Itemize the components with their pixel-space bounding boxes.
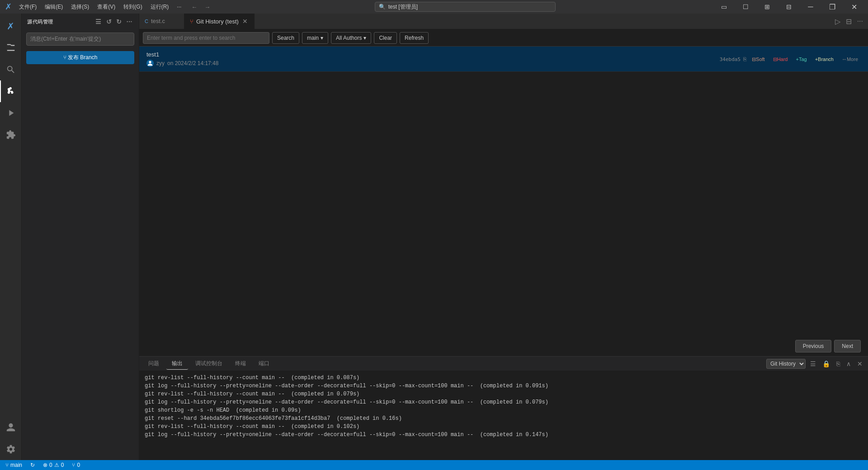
status-bar: ⑂ main ↻ ⊗ 0 ⚠ 0 ⑂ 0 bbox=[0, 460, 868, 470]
authors-chevron-down-icon: ▾ bbox=[363, 35, 366, 41]
branch-icon: ⑂ bbox=[5, 462, 9, 468]
terminal-tab-output[interactable]: 输出 bbox=[166, 358, 188, 370]
terminal-tab-group: 问题 输出 调试控制台 终端 端口 bbox=[143, 358, 275, 370]
activity-item-source-control[interactable] bbox=[0, 80, 22, 102]
terminal-line-5: git shortlog -e -s -n HEAD (completed in… bbox=[145, 406, 863, 414]
status-fork[interactable]: ⑂ 0 bbox=[70, 462, 82, 468]
sidebar-more-icon[interactable]: ··· bbox=[126, 17, 133, 26]
sidebar-refresh-icon[interactable]: ↻ bbox=[115, 17, 123, 26]
commit-date: on 2024/2/2 14:17:48 bbox=[167, 60, 218, 66]
terminal-line-6: git reset --hard 34ebda56ef7bf86ecc64063… bbox=[145, 414, 863, 423]
terminal-lock-icon[interactable]: 🔒 bbox=[821, 359, 832, 368]
menu-view[interactable]: 查看(V) bbox=[94, 2, 119, 12]
sidebar-list-icon[interactable]: ☰ bbox=[94, 17, 103, 26]
menu-goto[interactable]: 转到(G) bbox=[120, 2, 146, 12]
sidebar-undo-icon[interactable]: ↺ bbox=[105, 17, 113, 26]
git-toolbar: Search main ▾ All Authors ▾ Clear Refres… bbox=[139, 29, 868, 47]
terminal-copy-icon[interactable]: ⎘ bbox=[835, 359, 842, 368]
git-authors-dropdown[interactable]: All Authors ▾ bbox=[331, 32, 371, 44]
commit-list: test1 zyy on 2024/2/2 14:17:48 34ebda5 ⎘… bbox=[139, 47, 868, 356]
soft-reset-button[interactable]: ⊟Soft bbox=[749, 55, 768, 63]
activity-item-run[interactable] bbox=[0, 102, 22, 124]
menu-file[interactable]: 文件(F) bbox=[15, 2, 40, 12]
main-layout: ✗ 源代码管理 ☰ ↺ bbox=[0, 14, 868, 460]
split-editor-button[interactable]: ⊟ bbox=[844, 16, 853, 27]
git-history-panel: Search main ▾ All Authors ▾ Clear Refres… bbox=[139, 29, 868, 356]
commit-message-input[interactable]: 消息(Ctrl+Enter 在'main'提交) bbox=[26, 33, 134, 46]
commit-avatar bbox=[146, 60, 154, 67]
copy-hash-icon[interactable]: ⎘ bbox=[743, 56, 746, 62]
activity-item-extensions[interactable] bbox=[0, 124, 22, 146]
tab-bar-actions: ▷ ⊟ ··· bbox=[830, 14, 868, 29]
titlebar: ✗ 文件(F) 编辑(E) 选择(S) 查看(V) 转到(G) 运行(R) ··… bbox=[0, 0, 868, 14]
publish-branch-button[interactable]: ⑂ 发布 Branch bbox=[26, 51, 134, 64]
sidebar-title: 源代码管理 bbox=[27, 19, 53, 25]
commit-item[interactable]: test1 zyy on 2024/2/2 14:17:48 34ebda5 ⎘… bbox=[139, 47, 868, 72]
more-actions-commit-button[interactable]: ↔More bbox=[839, 56, 861, 63]
maximize-button[interactable]: ❐ bbox=[822, 0, 843, 14]
git-search-input[interactable] bbox=[143, 32, 269, 44]
add-branch-button[interactable]: +Branch bbox=[812, 56, 836, 63]
git-refresh-button[interactable]: Refresh bbox=[400, 32, 429, 44]
terminal-tab-problems[interactable]: 问题 bbox=[143, 358, 165, 370]
terminal-tab-terminal[interactable]: 终端 bbox=[230, 358, 251, 370]
activity-bar-bottom bbox=[0, 417, 22, 460]
previous-button[interactable]: Previous bbox=[795, 340, 832, 352]
terminal-collapse-icon[interactable]: ∧ bbox=[844, 359, 853, 368]
terminal-line-4: git log --full-history --pretty=oneline … bbox=[145, 398, 863, 406]
tab-test-c-label: test.c bbox=[151, 18, 165, 24]
git-branch-dropdown[interactable]: main ▾ bbox=[302, 32, 328, 44]
activity-item-explorer[interactable] bbox=[0, 37, 22, 59]
terminal-tab-debug[interactable]: 调试控制台 bbox=[190, 358, 228, 370]
status-errors[interactable]: ⊗ 0 ⚠ 0 bbox=[41, 462, 66, 468]
next-button[interactable]: Next bbox=[834, 340, 861, 352]
tab-git-history-close[interactable]: ✕ bbox=[241, 17, 249, 25]
tab-git-history[interactable]: ⑂ Git History (test) ✕ bbox=[184, 14, 255, 29]
tab-test-c[interactable]: C test.c bbox=[139, 14, 184, 29]
activity-item-settings[interactable] bbox=[0, 438, 22, 460]
menu-more[interactable]: ··· bbox=[173, 3, 185, 11]
tab-bar: C test.c ⑂ Git History (test) ✕ ▷ ⊟ ··· bbox=[139, 14, 868, 29]
svg-point-0 bbox=[149, 61, 151, 63]
terminal-tab-ports[interactable]: 端口 bbox=[253, 358, 275, 370]
menu-select[interactable]: 选择(S) bbox=[67, 2, 93, 12]
close-button[interactable]: ✕ bbox=[844, 0, 864, 14]
activity-item-account[interactable] bbox=[0, 417, 22, 438]
terminal-list-icon[interactable]: ☰ bbox=[808, 359, 818, 368]
forward-button[interactable]: → bbox=[202, 3, 213, 11]
layout-button[interactable]: ⊞ bbox=[757, 0, 778, 14]
terminal-line-8: git log --full-history --pretty=oneline … bbox=[145, 431, 863, 439]
git-clear-button[interactable]: Clear bbox=[374, 32, 397, 44]
minimize-button[interactable]: ─ bbox=[800, 0, 821, 14]
terminal-output-dropdown[interactable]: Git History bbox=[766, 359, 806, 369]
commit-navigation: Previous Next bbox=[788, 336, 868, 356]
terminal-close-icon[interactable]: ✕ bbox=[855, 359, 864, 368]
titlebar-search-box[interactable]: 🔍 test [管理员] bbox=[375, 2, 556, 12]
activity-item-vscode[interactable]: ✗ bbox=[0, 15, 22, 37]
sidebar-toggle-button[interactable]: ▭ bbox=[713, 0, 734, 14]
search-icon: 🔍 bbox=[379, 4, 386, 10]
panel-toggle-button[interactable]: ☐ bbox=[735, 0, 756, 14]
editor-area: C test.c ⑂ Git History (test) ✕ ▷ ⊟ ··· … bbox=[139, 14, 868, 460]
fork-count: 0 bbox=[77, 462, 80, 468]
titlebar-search: 🔍 test [管理员] bbox=[217, 2, 713, 12]
customize-layout-button[interactable]: ⊟ bbox=[778, 0, 799, 14]
more-actions-button[interactable]: ··· bbox=[856, 16, 864, 27]
menu-run[interactable]: 运行(R) bbox=[147, 2, 173, 12]
terminal-content: git rev-list --full-history --count main… bbox=[139, 371, 868, 460]
chevron-down-icon: ▾ bbox=[321, 35, 323, 41]
hard-reset-button[interactable]: ⊟Hard bbox=[770, 55, 791, 63]
tab-test-c-icon: C bbox=[145, 19, 148, 24]
add-tag-button[interactable]: +Tag bbox=[793, 56, 809, 63]
git-search-button[interactable]: Search bbox=[272, 32, 299, 44]
back-button[interactable]: ← bbox=[189, 3, 200, 11]
status-branch[interactable]: ⑂ main bbox=[4, 462, 24, 468]
run-action-button[interactable]: ▷ bbox=[834, 16, 842, 27]
sync-icon: ↻ bbox=[30, 462, 35, 468]
activity-item-search[interactable] bbox=[0, 59, 22, 80]
branch-label: main bbox=[10, 462, 22, 468]
status-sync[interactable]: ↻ bbox=[28, 462, 37, 468]
menu-edit[interactable]: 编辑(E) bbox=[41, 2, 66, 12]
terminal-line-1: git rev-list --full-history --count main… bbox=[145, 374, 863, 382]
terminal-line-3: git rev-list --full-history --count main… bbox=[145, 390, 863, 398]
